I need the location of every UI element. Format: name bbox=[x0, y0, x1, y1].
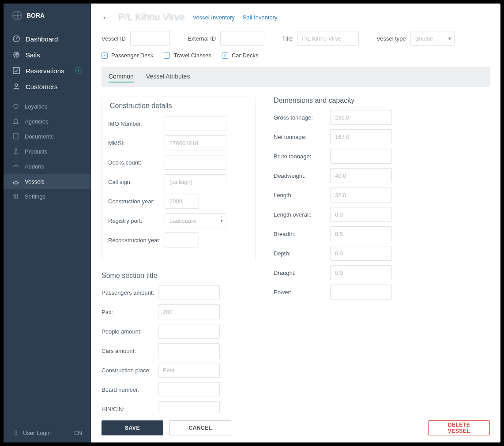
vessel-icon bbox=[12, 178, 19, 185]
sidebar-item-customers[interactable]: Customers bbox=[4, 79, 91, 94]
link-vessel-inventory[interactable]: Vessel Inventory bbox=[192, 14, 234, 21]
field-label: People amount: bbox=[102, 328, 158, 335]
sidebar-item-agencies[interactable]: Agencies bbox=[4, 114, 91, 129]
label-title: Title bbox=[282, 35, 293, 42]
field-input[interactable] bbox=[330, 187, 392, 202]
sidebar-item-sails[interactable]: Sails bbox=[4, 47, 91, 63]
field-input[interactable] bbox=[158, 382, 220, 397]
tab-common[interactable]: Common bbox=[109, 71, 134, 82]
label-external-id: External ID bbox=[188, 35, 216, 42]
sidebar-item-products[interactable]: Products bbox=[4, 144, 91, 159]
agency-icon bbox=[12, 118, 19, 125]
input-vessel-id[interactable] bbox=[130, 31, 170, 46]
field-input[interactable] bbox=[330, 246, 392, 261]
language-switch[interactable]: EN bbox=[74, 430, 82, 436]
sidebar-item-settings[interactable]: Settings bbox=[4, 189, 91, 204]
svg-point-8 bbox=[15, 197, 17, 198]
nav-label: Agencies bbox=[25, 118, 48, 125]
field-input[interactable] bbox=[330, 207, 392, 222]
form-row: Length overall: bbox=[274, 207, 428, 222]
checkbox-label: Travel Classes bbox=[173, 52, 211, 59]
field-label: Deadweight: bbox=[274, 172, 330, 179]
checkbox-passenger-desk[interactable]: ✓Passenger Desk bbox=[102, 52, 153, 59]
field-input[interactable] bbox=[165, 174, 226, 189]
section-title: Demensions and capacity bbox=[274, 97, 428, 105]
sidebar: BORA Dashboard Sails Reservations + bbox=[4, 4, 91, 442]
tab-vessel-attributes[interactable]: Vessel Atributes bbox=[146, 71, 190, 82]
anchor-icon bbox=[12, 148, 19, 155]
field-label: Bruto tonnage: bbox=[274, 153, 330, 160]
select-vessel-type[interactable] bbox=[410, 31, 455, 46]
sidebar-item-reservations[interactable]: Reservations + bbox=[4, 63, 91, 79]
field-input[interactable] bbox=[165, 213, 226, 228]
sidebar-item-vessels[interactable]: Vessels bbox=[4, 174, 91, 189]
field-input[interactable] bbox=[158, 324, 220, 339]
field-input[interactable] bbox=[158, 363, 220, 378]
loyalty-icon bbox=[12, 103, 19, 110]
nav-label: Customers bbox=[26, 83, 58, 90]
check-icon bbox=[12, 67, 20, 75]
form-row: Pax: bbox=[102, 304, 256, 319]
field-label: Construction year: bbox=[108, 198, 165, 205]
sidebar-item-addons[interactable]: Addons bbox=[4, 159, 91, 174]
input-title[interactable] bbox=[297, 31, 359, 46]
nav-label: Reservations bbox=[26, 67, 64, 75]
checkbox-travel-classes[interactable]: Travel Classes bbox=[164, 52, 211, 59]
field-label: Registry port: bbox=[108, 217, 165, 224]
sidebar-item-dashboard[interactable]: Dashboard bbox=[4, 31, 91, 47]
field-input[interactable] bbox=[158, 285, 220, 300]
user-login[interactable]: User Login bbox=[23, 430, 51, 436]
checkbox-car-decks[interactable]: ✓Car Decks bbox=[222, 52, 259, 59]
field-input[interactable] bbox=[330, 149, 392, 164]
field-label: Call sign: bbox=[108, 179, 165, 185]
cancel-button[interactable]: CANCEL bbox=[169, 420, 231, 435]
sidebar-item-documents[interactable]: Documents bbox=[4, 129, 91, 144]
sidebar-item-loyalties[interactable]: Loyalties bbox=[4, 99, 91, 114]
field-input[interactable] bbox=[330, 265, 392, 280]
svg-rect-5 bbox=[14, 134, 18, 139]
delete-vessel-button[interactable]: DELETE VESSEL bbox=[428, 420, 490, 435]
field-input[interactable] bbox=[158, 343, 220, 358]
field-label: Reconstruction year: bbox=[108, 237, 165, 244]
nav-label: Loyalties bbox=[25, 103, 47, 110]
field-input[interactable] bbox=[165, 155, 226, 170]
compass-icon bbox=[12, 11, 22, 20]
field-input[interactable] bbox=[330, 129, 392, 144]
user-icon bbox=[12, 82, 20, 90]
field-input[interactable] bbox=[165, 116, 226, 131]
field-input[interactable] bbox=[330, 110, 392, 125]
form-row: Decks count: bbox=[108, 155, 249, 170]
nav-label: Settings bbox=[25, 193, 45, 200]
field-label: Board number: bbox=[102, 386, 158, 393]
input-external-id[interactable] bbox=[220, 31, 264, 46]
save-button[interactable]: SAVE bbox=[102, 420, 163, 435]
field-input[interactable] bbox=[165, 135, 226, 150]
form-row: Length: bbox=[274, 187, 428, 202]
section-title: Some section title bbox=[102, 272, 256, 280]
field-input[interactable] bbox=[165, 232, 199, 247]
field-label: Draught: bbox=[274, 270, 330, 276]
field-input[interactable] bbox=[330, 168, 392, 183]
svg-point-6 bbox=[15, 149, 17, 150]
nav-label: Products bbox=[25, 148, 47, 155]
form-row: Board number: bbox=[102, 382, 256, 397]
checkbox-icon bbox=[164, 52, 170, 59]
field-input[interactable] bbox=[330, 226, 392, 241]
section-title: Construction details bbox=[108, 102, 174, 110]
field-input[interactable] bbox=[158, 304, 220, 319]
form-row: Cars amount: bbox=[102, 343, 256, 358]
link-sail-inventory[interactable]: Sail Inventory bbox=[243, 14, 278, 21]
field-label: Passengers amount: bbox=[102, 289, 158, 296]
form-row: Gross tonnage: bbox=[274, 110, 428, 125]
form-row: MMSI: bbox=[108, 135, 249, 150]
checkbox-icon: ✓ bbox=[102, 52, 108, 59]
checkbox-label: Car Decks bbox=[232, 52, 259, 59]
plus-icon[interactable]: + bbox=[75, 67, 82, 74]
brand-name: BORA bbox=[26, 12, 45, 19]
panel-dimensions: Demensions and capacity Gross tonnage:Ne… bbox=[274, 97, 428, 300]
field-input[interactable] bbox=[330, 285, 392, 300]
form-row: Power: bbox=[274, 285, 428, 300]
svg-point-7 bbox=[14, 195, 15, 196]
back-icon[interactable]: ← bbox=[102, 12, 110, 22]
field-input[interactable] bbox=[165, 194, 199, 209]
